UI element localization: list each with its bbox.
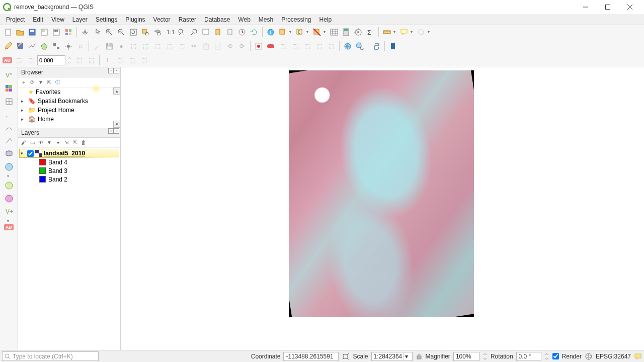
open-project-icon[interactable] — [15, 27, 26, 38]
band-4[interactable]: Band 4 — [19, 158, 119, 166]
dropdown-icon[interactable]: ▾ — [428, 30, 432, 34]
zoom-full-icon[interactable] — [128, 27, 139, 38]
vector-layer-icon[interactable]: V° — [3, 69, 15, 81]
scroll-down-button[interactable]: ▾ — [113, 121, 120, 128]
dropdown-icon[interactable]: ▾ — [7, 219, 11, 223]
toolbox-icon[interactable] — [353, 27, 364, 38]
ribbon-icon[interactable] — [387, 41, 398, 52]
scale-field[interactable]: 1:2842364▾ — [371, 352, 413, 361]
collapse-icon[interactable]: ⇱ — [46, 79, 53, 86]
attribute-table-icon[interactable] — [329, 27, 340, 38]
zoom-selection-icon[interactable] — [140, 27, 151, 38]
maptips-icon[interactable] — [398, 27, 410, 38]
locator-input[interactable]: Type to locate (Ctrl+K) — [2, 351, 99, 361]
deselect-icon[interactable] — [311, 27, 323, 38]
menu-settings[interactable]: Settings — [92, 15, 121, 24]
field-calculator-icon[interactable] — [341, 27, 352, 38]
properties-icon[interactable]: ⓘ — [54, 79, 61, 86]
expand-icon[interactable]: ⇲ — [63, 139, 70, 146]
dropdown-icon[interactable]: ▾ — [306, 30, 310, 34]
menu-project[interactable]: Project — [2, 15, 29, 24]
maximize-button[interactable] — [597, 0, 619, 14]
postgis-icon[interactable] — [3, 148, 15, 160]
close-panel-icon[interactable]: × — [114, 128, 119, 134]
zoom-in-icon[interactable] — [104, 27, 115, 38]
minimize-button[interactable] — [575, 0, 597, 14]
style-icon[interactable]: 🖌 — [20, 139, 27, 146]
extents-toggle-icon[interactable] — [342, 352, 350, 360]
python-console-icon[interactable] — [371, 41, 382, 52]
rotation-field[interactable]: 0.0 ° — [516, 352, 541, 361]
style-manager-icon[interactable] — [63, 27, 74, 38]
new-project-icon[interactable] — [3, 27, 14, 38]
add-icon[interactable]: ＋ — [20, 79, 27, 86]
raster-layer-icon[interactable] — [3, 82, 15, 95]
layout-manager-icon[interactable] — [51, 27, 62, 38]
collapse-icon[interactable]: ⇱ — [71, 139, 78, 146]
browser-panel-header[interactable]: Browser ▫× — [18, 67, 120, 77]
scroll-up-button[interactable]: ▴ — [113, 87, 120, 95]
spinner-icon[interactable] — [482, 352, 488, 360]
identify-icon[interactable]: i — [265, 27, 276, 38]
spin-input[interactable] — [37, 55, 65, 65]
menu-mesh[interactable]: Mesh — [255, 15, 277, 24]
menu-layer[interactable]: Layer — [68, 15, 92, 24]
menu-view[interactable]: View — [47, 15, 68, 24]
gps-icon[interactable] — [63, 41, 74, 52]
dropdown-icon[interactable]: ▾ — [393, 30, 397, 34]
select-value-icon[interactable]: ε — [294, 27, 305, 38]
zoom-next-icon[interactable] — [188, 27, 199, 38]
layer-landsat5-2010[interactable]: ▾ landsat5_2010 — [19, 149, 119, 158]
add-circular-icon[interactable] — [51, 41, 62, 52]
layers-tree[interactable]: ▾ landsat5_2010 Band 4 Band 3 Band 2 — [18, 148, 120, 350]
filter-legend-icon[interactable]: ▼ — [46, 139, 53, 146]
new-vector-icon[interactable]: V+ — [3, 206, 15, 218]
band-2[interactable]: Band 2 — [19, 175, 119, 184]
virtual-layer-icon[interactable] — [3, 135, 15, 147]
coordinate-field[interactable]: -113488,2615591 — [283, 352, 339, 361]
menu-edit[interactable]: Edit — [29, 15, 47, 24]
dropdown-icon[interactable]: ▾ — [403, 353, 410, 360]
delimited-text-icon[interactable]: , — [3, 109, 15, 121]
pan-icon[interactable] — [79, 27, 91, 38]
dropdown-icon[interactable]: ▾ — [324, 30, 328, 34]
menu-plugins[interactable]: Plugins — [121, 15, 149, 24]
new-bookmark-icon[interactable] — [212, 27, 223, 38]
wms-icon[interactable] — [3, 161, 15, 173]
spatialite-icon[interactable] — [3, 122, 15, 134]
add-polygon-icon[interactable] — [39, 41, 50, 52]
band-3[interactable]: Band 3 — [19, 166, 119, 175]
dropdown-icon[interactable]: ▾ — [54, 139, 61, 146]
browser-tree[interactable]: ▴ ★Favorites ▸🔖Spatial Bookmarks ▸📁Proje… — [18, 87, 120, 128]
menu-database[interactable]: Database — [200, 15, 234, 24]
menu-vector[interactable]: Vector — [149, 15, 175, 24]
mesh-layer-icon[interactable] — [3, 96, 15, 108]
show-bookmarks-icon[interactable] — [224, 27, 235, 38]
crs-icon[interactable] — [585, 352, 593, 360]
add-group-icon[interactable]: ▭ — [29, 139, 36, 146]
spinner-icon[interactable] — [544, 352, 549, 360]
browser-item-favorites[interactable]: ★Favorites — [18, 87, 120, 97]
pan-selection-icon[interactable] — [92, 27, 103, 38]
undock-icon[interactable]: ▫ — [108, 128, 114, 134]
wcs-icon[interactable] — [3, 179, 15, 192]
crs-label[interactable]: EPSG:32647 — [596, 353, 631, 360]
close-panel-icon[interactable]: × — [114, 68, 119, 73]
collapse-triangle-icon[interactable]: ▾ — [21, 151, 26, 156]
save-project-icon[interactable] — [27, 27, 38, 38]
save-edits-icon[interactable] — [15, 41, 26, 52]
measure-icon[interactable] — [381, 27, 392, 38]
red-pill-icon[interactable] — [265, 41, 276, 52]
dropdown-icon[interactable]: ▾ — [411, 30, 415, 34]
zoom-native-icon[interactable]: 1:1 — [164, 27, 175, 38]
globe-search-icon[interactable] — [354, 41, 365, 52]
spinner-buttons[interactable] — [66, 55, 72, 66]
menu-help[interactable]: Help — [315, 15, 336, 24]
magnifier-field[interactable]: 100% — [453, 352, 479, 361]
layers-panel-header[interactable]: Layers ▫× — [18, 128, 120, 138]
undock-icon[interactable]: ▫ — [108, 68, 114, 73]
temporal-icon[interactable] — [236, 27, 248, 38]
menu-web[interactable]: Web — [234, 15, 254, 24]
map-canvas[interactable] — [121, 67, 644, 350]
globe-icon[interactable] — [342, 41, 353, 52]
